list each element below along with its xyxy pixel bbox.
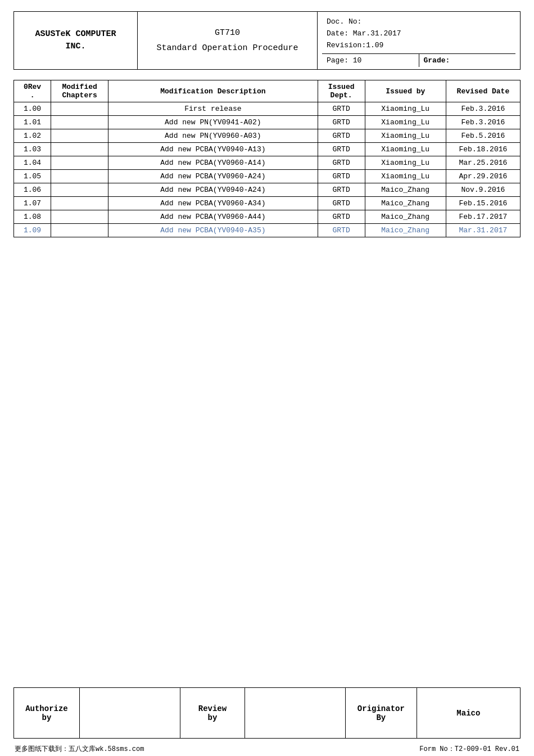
cell-rev: 1.01 [14, 116, 51, 129]
cell-issuedby: Xiaoming_Lu [365, 116, 446, 129]
authorize-cell: Authorize by [14, 688, 80, 739]
doc-no: Doc. No: [327, 16, 511, 28]
cell-desc: Add new PCBA(YV0960-A34) [108, 197, 318, 210]
cell-chapters [51, 183, 108, 197]
col-header-desc: Modification Description [108, 80, 318, 102]
cell-desc: Add new PCBA(YV0960-A14) [108, 156, 318, 170]
review-label: Review by [198, 704, 227, 722]
col-header-chapters: ModifiedChapters [51, 80, 108, 102]
originator-value-cell: Maico [417, 688, 520, 739]
cell-issuedby: Xiaoming_Lu [365, 102, 446, 116]
header-table: ASUSTeK COMPUTER INC. GT710 Standard Ope… [13, 11, 521, 70]
cell-chapters [51, 224, 108, 237]
doc-date: Date: Mar.31.2017 [327, 28, 511, 40]
col-header-rev: 0Rev. [14, 80, 51, 102]
table-header-row: 0Rev. ModifiedChapters Modification Desc… [14, 80, 521, 102]
cell-issuedby: Maico_Zhang [365, 183, 446, 197]
cell-issuedby: Xiaoming_Lu [365, 143, 446, 156]
meta-top: Doc. No: Date: Mar.31.2017 Revision:1.09 [322, 14, 515, 54]
cell-dept: GRTD [318, 210, 365, 224]
company-name: ASUSTeK COMPUTER INC. [35, 29, 116, 52]
cell-chapters [51, 210, 108, 224]
cell-desc: Add new PCBA(YV0940-A13) [108, 143, 318, 156]
cell-date: Feb.15.2016 [446, 197, 520, 210]
cell-date: Mar.31.2017 [446, 224, 520, 237]
table-row: 1.07Add new PCBA(YV0960-A34)GRTDMaico_Zh… [14, 197, 521, 210]
cell-issuedby: Xiaoming_Lu [365, 129, 446, 143]
cell-rev: 1.02 [14, 129, 51, 143]
meta-cell: Doc. No: Date: Mar.31.2017 Revision:1.09… [318, 12, 521, 70]
cell-issuedby: Xiaoming_Lu [365, 170, 446, 183]
cell-date: Nov.9.2016 [446, 183, 520, 197]
table-row: 1.06Add new PCBA(YV0940-A24)GRTDMaico_Zh… [14, 183, 521, 197]
company-cell: ASUSTeK COMPUTER INC. [14, 12, 138, 70]
cell-desc: First release [108, 102, 318, 116]
meta-grade: Grade: [419, 54, 516, 67]
cell-issuedby: Maico_Zhang [365, 224, 446, 237]
cell-dept: GRTD [318, 170, 365, 183]
col-header-issuedby: Issued by [365, 80, 446, 102]
authorize-value-cell [79, 688, 180, 739]
cell-rev: 1.04 [14, 156, 51, 170]
cell-desc: Add new PN(YV0941-A02) [108, 116, 318, 129]
cell-desc: Add new PCBA(YV0960-A44) [108, 210, 318, 224]
cell-rev: 1.05 [14, 170, 51, 183]
table-row: 1.04Add new PCBA(YV0960-A14)GRTDXiaoming… [14, 156, 521, 170]
cell-date: Feb.5.2016 [446, 129, 520, 143]
cell-chapters [51, 129, 108, 143]
cell-dept: GRTD [318, 224, 365, 237]
page-wrapper: ASUSTeK COMPUTER INC. GT710 Standard Ope… [0, 0, 534, 756]
cell-rev: 1.08 [14, 210, 51, 224]
table-row: 1.02Add new PN(YV0960-A03)GRTDXiaoming_L… [14, 129, 521, 143]
table-row: 1.00First releaseGRTDXiaoming_LuFeb.3.20… [14, 102, 521, 116]
table-row: 1.05Add new PCBA(YV0960-A24)GRTDXiaoming… [14, 170, 521, 183]
table-row: 1.09Add new PCBA(YV0940-A35)GRTDMaico_Zh… [14, 224, 521, 237]
cell-dept: GRTD [318, 129, 365, 143]
main-section: 0Rev. ModifiedChapters Modification Desc… [13, 80, 521, 676]
cell-chapters [51, 116, 108, 129]
cell-dept: GRTD [318, 116, 365, 129]
cell-date: Apr.29.2016 [446, 170, 520, 183]
col-header-dept: IssuedDept. [318, 80, 365, 102]
cell-rev: 1.06 [14, 183, 51, 197]
originator-value: Maico [456, 709, 480, 718]
cell-chapters [51, 197, 108, 210]
meta-bottom: Page: 10 Grade: [322, 54, 515, 67]
cell-date: Feb.3.2016 [446, 102, 520, 116]
footer-area: Authorize by Review by Originator By Mai… [13, 676, 521, 756]
cell-dept: GRTD [318, 102, 365, 116]
doc-title-line2: Standard Operation Procedure [156, 43, 298, 53]
cell-desc: Add new PCBA(YV0940-A35) [108, 224, 318, 237]
cell-date: Feb.17.2017 [446, 210, 520, 224]
cell-chapters [51, 143, 108, 156]
cell-chapters [51, 170, 108, 183]
bottom-right: Form No：T2-009-01 Rev.01 [419, 744, 519, 754]
cell-issuedby: Xiaoming_Lu [365, 156, 446, 170]
originator-label: Originator By [357, 704, 405, 722]
cell-dept: GRTD [318, 183, 365, 197]
cell-chapters [51, 156, 108, 170]
cell-issuedby: Maico_Zhang [365, 210, 446, 224]
col-header-date: Revised Date [446, 80, 520, 102]
authorize-label: Authorize by [25, 704, 68, 722]
title-cell: GT710 Standard Operation Procedure [138, 12, 318, 70]
table-row: 1.08Add new PCBA(YV0960-A44)GRTDMaico_Zh… [14, 210, 521, 224]
cell-rev: 1.09 [14, 224, 51, 237]
revision-table: 0Rev. ModifiedChapters Modification Desc… [13, 80, 521, 237]
meta-page: Page: 10 [322, 54, 419, 67]
doc-revision: Revision:1.09 [327, 40, 511, 52]
cell-date: Feb.3.2016 [446, 116, 520, 129]
cell-chapters [51, 102, 108, 116]
cell-issuedby: Maico_Zhang [365, 197, 446, 210]
cell-desc: Add new PCBA(YV0960-A24) [108, 170, 318, 183]
cell-date: Feb.18.2016 [446, 143, 520, 156]
cell-rev: 1.00 [14, 102, 51, 116]
cell-desc: Add new PCBA(YV0940-A24) [108, 183, 318, 197]
table-row: 1.03Add new PCBA(YV0940-A13)GRTDXiaoming… [14, 143, 521, 156]
doc-title-line1: GT710 [215, 28, 240, 38]
cell-desc: Add new PN(YV0960-A03) [108, 129, 318, 143]
footer-table: Authorize by Review by Originator By Mai… [13, 687, 521, 739]
originator-cell: Originator By [346, 688, 417, 739]
cell-dept: GRTD [318, 143, 365, 156]
cell-rev: 1.07 [14, 197, 51, 210]
